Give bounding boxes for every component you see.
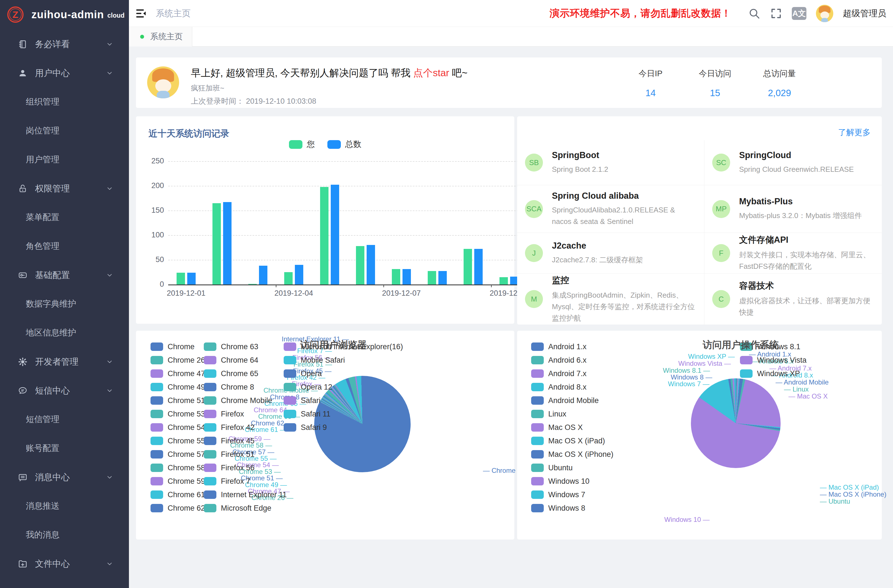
sidebar-item-data-dict[interactable]: 数据字典维护 (0, 290, 129, 318)
os-legend-item[interactable]: Android 8.x (531, 383, 613, 391)
browser-legend-item[interactable]: Chrome 51 (150, 396, 205, 405)
sidebar-item-role-management[interactable]: 角色管理 (0, 232, 129, 261)
y-tick-label: 250 (144, 157, 164, 165)
browser-legend-item[interactable]: Chrome 53 (150, 410, 205, 418)
browser-legend-item[interactable]: Chrome 58 (150, 463, 205, 472)
sidebar-item-user-center[interactable]: 用户中心 (0, 59, 129, 87)
stat-value: 15 (683, 88, 747, 98)
browser-legend-item[interactable]: Chrome 8 (204, 383, 287, 391)
sidebar-item-post-management[interactable]: 岗位管理 (0, 116, 129, 145)
browser-legend-item[interactable]: Firefox 7 (204, 477, 287, 486)
bar-2019-12-03-you (248, 284, 257, 284)
bar-2019-12-06-you (356, 246, 364, 284)
sidebar-item-message-push[interactable]: 消息推送 (0, 492, 129, 520)
sidebar-item-sms-management[interactable]: 短信管理 (0, 405, 129, 434)
browser-legend-item[interactable]: Opera 12 (284, 383, 403, 391)
sidebar-item-label: 开发者管理 (35, 356, 78, 368)
user-avatar[interactable] (816, 5, 833, 22)
star-link[interactable]: 点个star (413, 67, 449, 78)
search-icon[interactable] (748, 7, 761, 20)
sidebar-item-region-info[interactable]: 地区信息维护 (0, 318, 129, 347)
sidebar-item-user-management[interactable]: 用户管理 (0, 145, 129, 174)
browser-legend-item[interactable]: Mobile Safari (284, 356, 403, 364)
sidebar-item-permission-management[interactable]: 权限管理 (0, 174, 129, 203)
os-slice-label: Windows XP — (688, 353, 735, 361)
browser-legend-item[interactable]: Opera (284, 369, 403, 378)
browser-legend-item[interactable]: Safari 9 (284, 423, 403, 432)
sidebar-item-sms-center[interactable]: 短信中心 (0, 376, 129, 405)
os-legend-item[interactable]: Mac OS X (iPhone) (531, 450, 613, 459)
logo-suffix: cloud (107, 12, 125, 20)
gridline (168, 186, 527, 186)
x-axis-tick (491, 284, 492, 287)
sidebar-item-basic-config[interactable]: 基础配置 (0, 261, 129, 290)
tab-home[interactable]: 系统主页 (129, 27, 192, 47)
sidebar-item-account-config[interactable]: 账号配置 (0, 434, 129, 463)
os-legend-item[interactable]: Windows Vista (740, 356, 807, 364)
browser-legend-item[interactable]: Chrome 54 (150, 423, 205, 432)
os-legend-item[interactable]: Android Mobile (531, 396, 613, 405)
y-tick-label: 0 (144, 280, 164, 289)
browser-legend-item[interactable]: Firefox 42 (204, 423, 287, 432)
browser-legend-item[interactable]: Internet Explorer 11 (204, 490, 287, 499)
gear-icon (18, 357, 27, 367)
tech-desc: Spring Cloud Greenwich.RELEASE (739, 164, 854, 175)
chevron-down-icon (106, 272, 113, 279)
sidebar-item-must-read[interactable]: 务必详看 (0, 30, 129, 59)
browser-legend-item[interactable]: Chrome 65 (204, 369, 287, 378)
os-slice-label: Windows 7 — (668, 380, 710, 388)
legend-item-you[interactable]: 您 (289, 139, 315, 150)
os-legend-item[interactable]: Mac OS X (iPad) (531, 437, 613, 445)
learn-more-link[interactable]: 了解更多 (838, 127, 870, 138)
browser-legend-item[interactable]: Firefox (204, 410, 287, 418)
os-legend-item[interactable]: Mac OS X (531, 423, 613, 432)
translate-icon[interactable]: A文 (792, 7, 806, 20)
collapse-sidebar-icon[interactable] (135, 7, 147, 20)
app-logo[interactable]: Z zuihou-admin cloud (0, 0, 129, 29)
browser-legend-item[interactable]: Chrome 63 (204, 343, 287, 351)
sidebar-item-developer-management[interactable]: 开发者管理 (0, 347, 129, 376)
browser-legend-item[interactable]: Chrome 26 (150, 356, 205, 364)
tech-title: 文件存储API (739, 234, 873, 246)
os-legend-item[interactable]: Linux (531, 410, 613, 418)
browser-legend-item[interactable]: Chrome 64 (204, 356, 287, 364)
os-legend-item[interactable]: Windows 8 (531, 504, 613, 512)
tech-desc: Mybatis-plus 3.2.0：Mybatis 增强组件 (739, 210, 862, 221)
os-legend-item[interactable]: Ubuntu (531, 463, 613, 472)
sidebar-item-label: 消息中心 (35, 471, 70, 483)
fullscreen-icon[interactable] (770, 7, 782, 20)
os-legend-item[interactable]: Android 7.x (531, 369, 613, 378)
sidebar-item-label: 组织管理 (26, 96, 59, 108)
chevron-down-icon (106, 387, 113, 394)
os-legend-item[interactable]: Windows 10 (531, 477, 613, 486)
browser-legend-item[interactable]: Chrome 57 (150, 450, 205, 459)
tech-badge: SCA (525, 200, 543, 218)
os-legend-item[interactable]: Windows 7 (531, 490, 613, 499)
browser-legend-item[interactable]: Chrome 47 (150, 369, 205, 378)
sidebar-item-file-center[interactable]: 文件中心 (0, 549, 129, 578)
browser-legend-item[interactable]: Firefox 56 (204, 463, 287, 472)
browser-legend-item[interactable]: Chrome 62 (150, 504, 205, 512)
browser-legend-item[interactable]: Safari 11 (284, 410, 403, 418)
legend-item-total[interactable]: 总数 (328, 139, 362, 150)
browser-legend-item[interactable]: Chrome 59 (150, 477, 205, 486)
os-legend-item[interactable]: Android 1.x (531, 343, 613, 351)
browser-legend-item[interactable]: Firefox 51 (204, 450, 287, 459)
browser-legend-item[interactable]: Chrome Mobile (204, 396, 287, 405)
os-legend-item[interactable]: Android 6.x (531, 356, 613, 364)
sidebar-item-menu-config[interactable]: 菜单配置 (0, 203, 129, 232)
sidebar-item-message-center[interactable]: 消息中心 (0, 463, 129, 492)
os-legend-item[interactable]: Windows XP (740, 369, 807, 378)
browser-legend-item[interactable]: Chrome (150, 343, 205, 351)
browser-legend-item[interactable]: Chrome 55 (150, 437, 205, 445)
browser-legend-item[interactable]: Microsoft Edge (204, 504, 287, 512)
tab-active-dot (140, 35, 144, 39)
browser-legend-item[interactable]: Chrome 49 (150, 383, 205, 391)
chevron-down-icon (106, 560, 113, 567)
browser-legend-item[interactable]: Safari (284, 396, 403, 405)
sidebar-item-org-management[interactable]: 组织管理 (0, 87, 129, 116)
current-user-name[interactable]: 超级管理员 (843, 8, 886, 20)
browser-legend-item[interactable]: Chrome 61 (150, 490, 205, 499)
browser-legend-item[interactable]: Firefox 45 (204, 437, 287, 445)
sidebar-item-my-messages[interactable]: 我的消息 (0, 520, 129, 549)
